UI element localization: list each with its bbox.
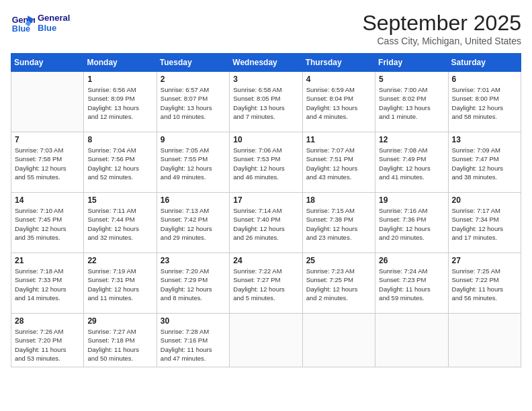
weekday-header-row: SundayMondayTuesdayWednesdayThursdayFrid… — [11, 54, 521, 72]
weekday-thursday: Thursday — [302, 54, 375, 72]
day-cell: 28Sunrise: 7:26 AMSunset: 7:20 PMDayligh… — [11, 314, 84, 367]
day-number: 19 — [379, 195, 444, 205]
day-cell: 30Sunrise: 7:28 AMSunset: 7:16 PMDayligh… — [157, 314, 229, 367]
day-cell: 18Sunrise: 7:15 AMSunset: 7:38 PMDayligh… — [302, 193, 375, 253]
day-number: 6 — [452, 75, 517, 84]
day-info: Sunrise: 7:00 AMSunset: 8:02 PMDaylight:… — [379, 85, 444, 121]
day-number: 17 — [233, 195, 298, 205]
day-info: Sunrise: 7:03 AMSunset: 7:58 PMDaylight:… — [15, 146, 80, 181]
day-cell — [375, 314, 448, 367]
day-cell: 11Sunrise: 7:07 AMSunset: 7:51 PMDayligh… — [302, 132, 375, 193]
day-cell: 4Sunrise: 6:59 AMSunset: 8:04 PMDaylight… — [302, 72, 375, 132]
day-cell: 29Sunrise: 7:27 AMSunset: 7:18 PMDayligh… — [84, 314, 157, 367]
title-area: September 2025 Cass City, Michigan, Unit… — [362, 11, 521, 46]
calendar: SundayMondayTuesdayWednesdayThursdayFrid… — [11, 53, 521, 367]
day-info: Sunrise: 7:09 AMSunset: 7:47 PMDaylight:… — [452, 146, 517, 181]
weekday-tuesday: Tuesday — [157, 54, 229, 72]
day-cell: 22Sunrise: 7:19 AMSunset: 7:31 PMDayligh… — [84, 253, 157, 314]
day-info: Sunrise: 7:07 AMSunset: 7:51 PMDaylight:… — [306, 146, 371, 181]
week-row-2: 7Sunrise: 7:03 AMSunset: 7:58 PMDaylight… — [11, 132, 521, 193]
day-info: Sunrise: 7:28 AMSunset: 7:16 PMDaylight:… — [161, 327, 226, 363]
day-cell: 16Sunrise: 7:13 AMSunset: 7:42 PMDayligh… — [157, 193, 229, 253]
day-cell: 5Sunrise: 7:00 AMSunset: 8:02 PMDaylight… — [375, 72, 448, 132]
day-cell: 1Sunrise: 6:56 AMSunset: 8:09 PMDaylight… — [84, 72, 157, 132]
day-number: 27 — [452, 256, 517, 265]
weekday-friday: Friday — [375, 54, 448, 72]
week-row-3: 14Sunrise: 7:10 AMSunset: 7:45 PMDayligh… — [11, 193, 521, 253]
day-info: Sunrise: 6:56 AMSunset: 8:09 PMDaylight:… — [87, 85, 152, 121]
day-cell: 3Sunrise: 6:58 AMSunset: 8:05 PMDaylight… — [230, 72, 302, 132]
weekday-monday: Monday — [84, 54, 157, 72]
day-cell — [230, 314, 302, 367]
day-cell: 25Sunrise: 7:23 AMSunset: 7:25 PMDayligh… — [302, 253, 375, 314]
day-cell: 21Sunrise: 7:18 AMSunset: 7:33 PMDayligh… — [11, 253, 84, 314]
day-number: 18 — [306, 195, 371, 205]
day-info: Sunrise: 7:20 AMSunset: 7:29 PMDaylight:… — [161, 267, 226, 302]
day-info: Sunrise: 7:10 AMSunset: 7:45 PMDaylight:… — [15, 206, 80, 242]
week-row-5: 28Sunrise: 7:26 AMSunset: 7:20 PMDayligh… — [11, 314, 521, 367]
day-cell: 23Sunrise: 7:20 AMSunset: 7:29 PMDayligh… — [157, 253, 229, 314]
day-cell: 6Sunrise: 7:01 AMSunset: 8:00 PMDaylight… — [448, 72, 521, 132]
day-number: 3 — [233, 75, 298, 84]
calendar-header: SundayMondayTuesdayWednesdayThursdayFrid… — [11, 54, 521, 72]
day-info: Sunrise: 7:13 AMSunset: 7:42 PMDaylight:… — [161, 206, 226, 242]
day-number: 24 — [233, 256, 298, 265]
day-info: Sunrise: 7:01 AMSunset: 8:00 PMDaylight:… — [452, 85, 517, 121]
day-cell: 24Sunrise: 7:22 AMSunset: 7:27 PMDayligh… — [230, 253, 302, 314]
day-info: Sunrise: 7:25 AMSunset: 7:22 PMDaylight:… — [452, 267, 517, 302]
day-info: Sunrise: 6:58 AMSunset: 8:05 PMDaylight:… — [233, 85, 298, 121]
week-row-1: 1Sunrise: 6:56 AMSunset: 8:09 PMDaylight… — [11, 72, 521, 132]
day-number: 22 — [87, 256, 152, 265]
day-cell: 27Sunrise: 7:25 AMSunset: 7:22 PMDayligh… — [448, 253, 521, 314]
day-number: 13 — [452, 135, 517, 144]
day-cell: 7Sunrise: 7:03 AMSunset: 7:58 PMDaylight… — [11, 132, 84, 193]
week-row-4: 21Sunrise: 7:18 AMSunset: 7:33 PMDayligh… — [11, 253, 521, 314]
day-info: Sunrise: 7:11 AMSunset: 7:44 PMDaylight:… — [87, 206, 152, 242]
day-number: 16 — [161, 195, 226, 205]
day-number: 15 — [87, 195, 152, 205]
day-cell: 17Sunrise: 7:14 AMSunset: 7:40 PMDayligh… — [230, 193, 302, 253]
day-number: 7 — [15, 135, 80, 144]
header: General Blue General Blue September 2025… — [11, 11, 521, 46]
day-number: 25 — [306, 256, 371, 265]
day-info: Sunrise: 7:08 AMSunset: 7:49 PMDaylight:… — [379, 146, 444, 181]
day-info: Sunrise: 6:59 AMSunset: 8:04 PMDaylight:… — [306, 85, 371, 121]
day-number: 8 — [87, 135, 152, 144]
day-cell: 15Sunrise: 7:11 AMSunset: 7:44 PMDayligh… — [84, 193, 157, 253]
calendar-body: 1Sunrise: 6:56 AMSunset: 8:09 PMDaylight… — [11, 72, 521, 367]
day-info: Sunrise: 7:14 AMSunset: 7:40 PMDaylight:… — [233, 206, 298, 242]
logo-icon: General Blue — [11, 11, 35, 35]
day-number: 30 — [161, 316, 226, 326]
day-number: 10 — [233, 135, 298, 144]
day-info: Sunrise: 7:26 AMSunset: 7:20 PMDaylight:… — [15, 327, 80, 363]
logo-text: General Blue — [38, 13, 70, 33]
day-number: 1 — [87, 75, 152, 84]
day-number: 28 — [15, 316, 80, 326]
day-info: Sunrise: 7:15 AMSunset: 7:38 PMDaylight:… — [306, 206, 371, 242]
day-info: Sunrise: 7:23 AMSunset: 7:25 PMDaylight:… — [306, 267, 371, 302]
day-cell: 2Sunrise: 6:57 AMSunset: 8:07 PMDaylight… — [157, 72, 229, 132]
day-cell: 20Sunrise: 7:17 AMSunset: 7:34 PMDayligh… — [448, 193, 521, 253]
day-info: Sunrise: 7:05 AMSunset: 7:55 PMDaylight:… — [161, 146, 226, 181]
day-info: Sunrise: 7:24 AMSunset: 7:23 PMDaylight:… — [379, 267, 444, 302]
day-info: Sunrise: 7:22 AMSunset: 7:27 PMDaylight:… — [233, 267, 298, 302]
month-title: September 2025 — [362, 11, 521, 36]
day-number: 29 — [87, 316, 152, 326]
weekday-saturday: Saturday — [448, 54, 521, 72]
day-cell — [11, 72, 84, 132]
day-cell: 13Sunrise: 7:09 AMSunset: 7:47 PMDayligh… — [448, 132, 521, 193]
logo: General Blue General Blue — [11, 11, 70, 35]
day-info: Sunrise: 7:06 AMSunset: 7:53 PMDaylight:… — [233, 146, 298, 181]
day-cell: 8Sunrise: 7:04 AMSunset: 7:56 PMDaylight… — [84, 132, 157, 193]
day-number: 14 — [15, 195, 80, 205]
location: Cass City, Michigan, United States — [362, 36, 521, 46]
day-number: 9 — [161, 135, 226, 144]
day-cell: 14Sunrise: 7:10 AMSunset: 7:45 PMDayligh… — [11, 193, 84, 253]
day-cell: 19Sunrise: 7:16 AMSunset: 7:36 PMDayligh… — [375, 193, 448, 253]
day-number: 20 — [452, 195, 517, 205]
day-info: Sunrise: 7:18 AMSunset: 7:33 PMDaylight:… — [15, 267, 80, 302]
day-number: 11 — [306, 135, 371, 144]
day-number: 12 — [379, 135, 444, 144]
day-number: 21 — [15, 256, 80, 265]
day-cell: 12Sunrise: 7:08 AMSunset: 7:49 PMDayligh… — [375, 132, 448, 193]
